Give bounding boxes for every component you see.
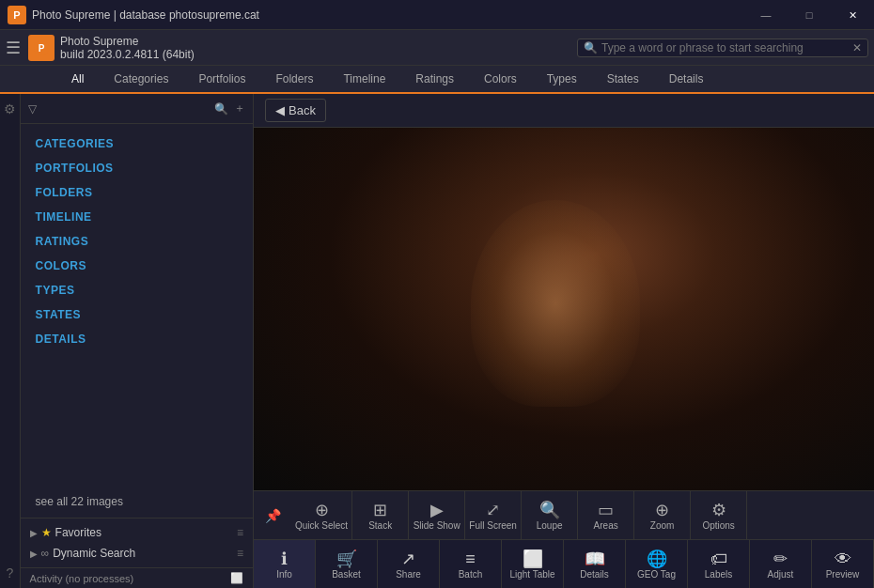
sidebar-item-states[interactable]: STATES [21,302,253,327]
share-label: Share [396,569,421,580]
svg-point-14 [608,269,613,273]
details-btn-icon: 📖 [585,549,605,569]
svg-rect-2 [254,128,874,490]
toolbar-fullscreen[interactable]: ⤢Full Screen [465,491,522,539]
toolbar-slideshow[interactable]: ▶Slide Show [409,491,465,539]
toolbar-info[interactable]: ℹInfo [254,540,316,588]
hamburger-menu[interactable]: ☰ [6,38,21,58]
activity-expand-icon[interactable]: ⬜ [230,572,243,584]
pin-icon[interactable]: 📌 [254,491,291,539]
loupe-label: Loupe [537,520,563,531]
top-toolbar: 📌⊕Quick Select⊞Stack▶Slide Show⤢Full Scr… [254,490,874,539]
dynamic-search-label: Dynamic Search [53,547,135,560]
zoom-label: Zoom [650,520,675,531]
dynamic-search-item[interactable]: ▶ ∞ Dynamic Search ≡ [21,543,253,564]
toolbar-share[interactable]: ↗Share [378,540,440,588]
see-all-images[interactable]: see all 22 images [21,486,253,518]
tab-timeline[interactable]: Timeline [328,66,400,94]
sidebar-item-details[interactable]: DETAILS [21,327,253,351]
window-controls[interactable]: — □ ✕ [744,0,874,30]
maximize-button[interactable]: □ [788,0,831,30]
search-icon: 🔍 [584,41,598,54]
sidebar-item-portfolios[interactable]: PORTFOLIOS [21,156,253,180]
light-table-icon: ⬜ [523,549,543,569]
dynamic-search-menu-icon[interactable]: ≡ [237,547,243,560]
preview-icon: 👁 [835,549,851,569]
stack-label: Stack [368,520,392,531]
search-clear-button[interactable]: ✕ [852,41,862,54]
tab-categories[interactable]: Categories [99,66,183,94]
toolbar-details-btn[interactable]: 📖Details [564,540,626,588]
sidebar-item-colors[interactable]: COLORS [21,254,253,278]
toolbar-batch[interactable]: ≡Batch [440,540,502,588]
svg-text:P: P [39,43,45,54]
sidebar-search-icon[interactable]: 🔍 [214,102,228,116]
loupe-icon: 🔍 [539,500,560,520]
sidebar-item-folders[interactable]: FOLDERS [21,180,253,205]
labels-icon: 🏷 [710,549,727,569]
tab-types[interactable]: Types [532,66,592,94]
toolbar-adjust[interactable]: ✏Adjust [750,540,812,588]
favorites-menu-icon[interactable]: ≡ [237,526,243,539]
slideshow-icon: ▶ [430,500,444,520]
close-button[interactable]: ✕ [831,0,874,30]
sidebar-bottom: ▶ ★ Favorites ≡ ▶ ∞ Dynamic Search ≡ [21,518,253,567]
content-area: ◀ Back [254,94,874,588]
search-input[interactable] [601,41,852,54]
settings-icon[interactable]: ⚙ [4,101,16,116]
activity-bar: Activity (no processes) ⬜ [21,567,253,588]
sidebar-item-types[interactable]: TYPES [21,278,253,302]
tab-folders[interactable]: Folders [260,66,328,94]
sidebar-add-icon[interactable]: ＋ [234,101,245,116]
help-icon[interactable]: ? [6,565,13,580]
options-label: Options [702,520,734,531]
quick-select-icon: ⊕ [315,500,329,520]
toolbar-quick-select[interactable]: ⊕Quick Select [291,491,352,539]
tab-portfolios[interactable]: Portfolios [183,66,260,94]
tab-navigation: AllCategoriesPortfoliosFoldersTimelineRa… [0,66,874,94]
geo-tag-label: GEO Tag [637,569,676,580]
toolbar-areas[interactable]: ▭Areas [578,491,634,539]
logo-area: P Photo Supreme build 2023.0.2.4811 (64b… [28,35,195,61]
geo-tag-icon: 🌐 [647,549,667,569]
sidebar-item-categories[interactable]: CATEGORIES [21,132,253,156]
content-header: ◀ Back [254,94,874,128]
toolbar-zoom[interactable]: ⊕Zoom [634,491,691,539]
toolbar-loupe[interactable]: 🔍Loupe [522,491,578,539]
app-icon: P [8,6,26,24]
minimize-button[interactable]: — [744,0,788,30]
toolbar-light-table[interactable]: ⬜Light Table [502,540,564,588]
tab-details[interactable]: Details [654,66,719,94]
info-label: Info [276,569,292,580]
window-title: Photo Supreme | database photosupreme.ca… [32,8,259,22]
tab-ratings[interactable]: Ratings [400,66,469,94]
svg-point-9 [535,269,543,277]
dynamic-search-link-icon: ∞ [41,547,50,560]
toolbar-preview[interactable]: 👁Preview [812,540,874,588]
basket-label: Basket [332,569,361,580]
svg-point-6 [588,261,635,283]
search-bar[interactable]: 🔍 ✕ [577,39,868,57]
slideshow-label: Slide Show [414,520,460,531]
toolbar-stack[interactable]: ⊞Stack [352,491,409,539]
logo-text: Photo Supreme build 2023.0.2.4811 (64bit… [60,35,195,61]
batch-label: Batch [459,569,483,580]
svg-point-13 [608,269,616,277]
tab-all[interactable]: All [56,66,99,94]
back-button[interactable]: ◀ Back [265,99,326,122]
favorites-item[interactable]: ▶ ★ Favorites ≡ [21,522,253,543]
svg-point-5 [514,261,561,283]
svg-rect-16 [254,128,874,490]
title-bar: P Photo Supreme | database photosupreme.… [0,0,874,30]
tab-colors[interactable]: Colors [469,66,532,94]
bottom-toolbar: ℹInfo🛒Basket↗Share≡Batch⬜Light Table📖Det… [254,539,874,588]
sidebar-item-ratings[interactable]: RATINGS [21,229,253,254]
sidebar-item-timeline[interactable]: TIMELINE [21,205,253,229]
info-icon: ℹ [281,549,288,569]
toolbar-basket[interactable]: 🛒Basket [316,540,378,588]
toolbar-labels[interactable]: 🏷Labels [688,540,750,588]
toolbar-geo-tag[interactable]: 🌐GEO Tag [626,540,688,588]
tab-states[interactable]: States [592,66,654,94]
app-logo: P [28,35,55,61]
toolbar-options[interactable]: ⚙Options [691,491,747,539]
